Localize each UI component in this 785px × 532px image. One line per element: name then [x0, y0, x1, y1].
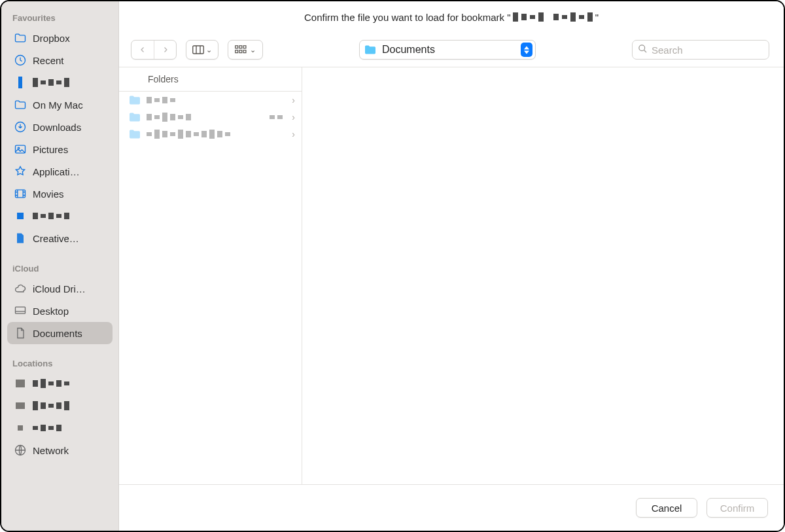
chevron-right-icon: › [292, 95, 295, 105]
sidebar-item-redacted[interactable] [7, 71, 113, 94]
sidebar-item-network[interactable]: Network [7, 439, 113, 461]
sidebar-item-label [33, 78, 106, 87]
cloud-icon [14, 282, 27, 295]
sidebar-item-recent[interactable]: Recent [7, 49, 113, 71]
document-icon [14, 232, 27, 245]
sidebar-item-documents[interactable]: Documents [7, 322, 113, 344]
sidebar-section-favourites: Favourites Dropbox Recent [7, 10, 113, 249]
sidebar-item-dropbox[interactable]: Dropbox [7, 27, 113, 49]
folder-icon [14, 31, 27, 44]
cancel-button[interactable]: Cancel [636, 498, 697, 518]
title-prefix: Confirm the file you want to load for bo… [304, 12, 510, 23]
folder-row[interactable]: › [119, 126, 302, 143]
sidebar-item-icloud-drive[interactable]: iCloud Dri… [7, 277, 113, 300]
confirm-button[interactable]: Confirm [706, 498, 768, 518]
applications-icon [14, 165, 27, 178]
title-suffix: " [595, 12, 599, 23]
redacted-icon [14, 421, 27, 434]
dialog-footer: Cancel Confirm [119, 485, 784, 531]
path-popup[interactable]: Documents [359, 40, 536, 60]
sidebar-item-label: Applicati… [33, 166, 106, 177]
download-icon [14, 120, 27, 133]
column-folders: Folders › [119, 67, 302, 484]
back-button[interactable] [131, 41, 154, 59]
chevron-right-icon: › [292, 112, 295, 122]
folder-icon [364, 44, 377, 55]
sidebar-item-label: Documents [33, 328, 106, 339]
toolbar: ⌄ ⌄ Documents [119, 33, 784, 67]
sidebar-item-label: Movies [33, 188, 106, 200]
folder-row-label [147, 96, 287, 105]
sidebar-item-applications[interactable]: Applicati… [7, 160, 113, 183]
sidebar-section-locations: Locations [7, 356, 113, 461]
folder-row[interactable]: › [119, 109, 302, 126]
sidebar-item-redacted[interactable] [7, 395, 113, 417]
sidebar-item-movies[interactable]: Movies [7, 183, 113, 205]
movies-icon [14, 187, 27, 200]
sidebar-item-label: Desktop [33, 306, 106, 317]
sidebar-section-title: iCloud [7, 261, 113, 277]
grid-group-icon: ⌄ [228, 41, 262, 59]
sidebar-item-label: iCloud Dri… [33, 283, 106, 294]
sidebar-section-title: Locations [7, 356, 113, 372]
column-header: Folders [119, 67, 302, 92]
dialog-title: Confirm the file you want to load for bo… [119, 1, 784, 33]
redacted-icon [14, 76, 27, 89]
view-columns-button[interactable]: ⌄ [186, 40, 218, 60]
sidebar-item-desktop[interactable]: Desktop [7, 300, 113, 322]
sidebar-item-on-my-mac[interactable]: On My Mac [7, 94, 113, 116]
redacted-icon [14, 209, 27, 222]
nav-segmented [131, 40, 177, 60]
search-field[interactable] [632, 40, 769, 60]
sidebar-item-redacted[interactable] [7, 205, 113, 227]
folder-icon [128, 112, 141, 122]
search-input[interactable] [652, 44, 763, 56]
document-icon [14, 327, 27, 340]
svg-rect-11 [236, 50, 238, 53]
sidebar-item-creative[interactable]: Creative… [7, 227, 113, 249]
chevron-right-icon: › [292, 129, 295, 139]
group-by-button[interactable]: ⌄ [228, 40, 263, 60]
svg-rect-10 [243, 46, 246, 48]
column-empty [302, 67, 784, 484]
svg-rect-12 [239, 50, 242, 53]
title-bookmark-redacted [513, 12, 592, 22]
sidebar-item-label: Pictures [33, 144, 106, 155]
sidebar-item-label: Creative… [33, 233, 106, 244]
sidebar-item-label [33, 379, 106, 388]
sidebar-section-icloud: iCloud iCloud Dri… Desktop Documents [7, 261, 113, 344]
sidebar-item-downloads[interactable]: Downloads [7, 116, 113, 138]
clock-icon [14, 54, 27, 67]
svg-rect-4 [16, 190, 26, 198]
path-stepper-icon [521, 43, 532, 57]
desktop-icon [14, 304, 27, 317]
network-icon [14, 444, 27, 457]
folder-row-label [147, 113, 264, 122]
sidebar-item-label: Dropbox [33, 33, 106, 44]
sidebar-item-label: Recent [33, 55, 106, 66]
sidebar-item-label [33, 211, 106, 221]
folder-row-label [147, 130, 287, 139]
redacted-icon [14, 399, 27, 412]
svg-rect-7 [193, 46, 204, 54]
folder-icon [14, 98, 27, 111]
folder-icon [128, 95, 141, 105]
columns-view-icon: ⌄ [186, 41, 218, 59]
pictures-icon [14, 143, 27, 156]
svg-rect-5 [16, 307, 26, 313]
folder-icon [128, 129, 141, 139]
folder-row[interactable]: › [119, 92, 302, 109]
path-label: Documents [382, 44, 515, 56]
sidebar-item-label: On My Mac [33, 99, 106, 111]
sidebar-item-redacted[interactable] [7, 417, 113, 439]
redacted-icon [14, 377, 27, 390]
sidebar-item-label [33, 423, 106, 433]
svg-point-14 [639, 45, 645, 51]
svg-rect-9 [239, 46, 242, 48]
forward-button[interactable] [154, 41, 176, 59]
search-icon [638, 44, 648, 56]
svg-rect-13 [243, 50, 246, 53]
sidebar-item-redacted[interactable] [7, 372, 113, 395]
chevron-down-icon: ⌄ [250, 46, 256, 54]
sidebar-item-pictures[interactable]: Pictures [7, 138, 113, 160]
